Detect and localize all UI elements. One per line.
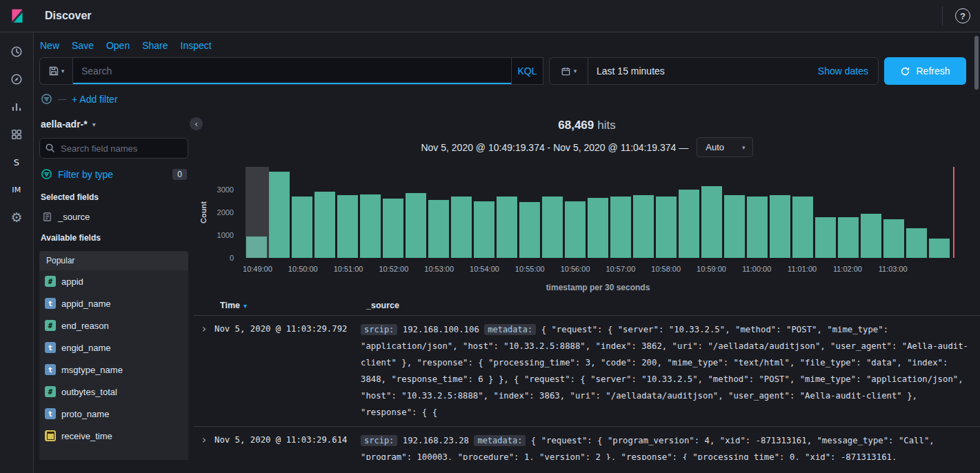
histogram-bar[interactable] <box>383 199 403 258</box>
clock-icon <box>10 46 23 58</box>
histogram-bar[interactable] <box>679 190 699 258</box>
doc-table-body: ›Nov 5, 2020 @ 11:03:29.792srcip: 192.16… <box>194 316 980 460</box>
time-range-value[interactable]: Last 15 minutes <box>588 66 818 77</box>
y-tick-label: 1000 <box>217 231 234 239</box>
histogram-bar[interactable] <box>428 200 449 258</box>
y-tick-label: 2000 <box>217 208 234 217</box>
histogram-bar[interactable] <box>269 172 290 258</box>
chevron-down-icon: ▾ <box>92 121 96 128</box>
field-item-receive_time[interactable]: receive_time <box>42 425 186 447</box>
field-item-outbytes_total[interactable]: #outbytes_total <box>42 381 186 403</box>
histogram-bar[interactable] <box>861 214 881 258</box>
index-pattern-select[interactable]: aella-adr-* ▾ <box>39 113 188 137</box>
nav-dashboard-button[interactable] <box>6 123 28 145</box>
histogram-bar[interactable] <box>656 197 677 258</box>
histogram-bar[interactable] <box>474 201 494 259</box>
recently-viewed-button[interactable] <box>6 41 28 63</box>
field-key-badge: srcip: <box>361 324 397 335</box>
histogram-bar[interactable] <box>701 186 722 258</box>
nav-discover-button[interactable] <box>6 68 28 90</box>
histogram-bar[interactable] <box>747 197 768 258</box>
save-icon <box>48 66 59 77</box>
histogram-bar[interactable] <box>565 201 586 259</box>
table-row: ›Nov 5, 2020 @ 11:03:29.792srcip: 192.16… <box>194 316 980 427</box>
histogram-plot[interactable] <box>246 167 950 258</box>
search-box: KQL <box>72 57 543 85</box>
field-item-proto_name[interactable]: tproto_name <box>42 403 186 425</box>
add-filter-button[interactable]: + Add filter <box>72 94 118 105</box>
menu-link-new[interactable]: New <box>40 40 59 51</box>
histogram-bar[interactable] <box>497 197 517 258</box>
histogram-bar[interactable] <box>815 217 836 258</box>
menu-link-inspect[interactable]: Inspect <box>181 40 212 51</box>
histogram-bar[interactable] <box>792 197 813 258</box>
chart-subtitle: Nov 5, 2020 @ 10:49:19.374 - Nov 5, 2020… <box>194 137 980 157</box>
field-item-msgtype_name[interactable]: tmsgtype_name <box>42 359 186 381</box>
chevron-down-icon: ▾ <box>61 68 65 74</box>
top-menu: NewSaveOpenShareInspect <box>34 32 980 54</box>
dashboard-grid-icon <box>10 128 23 141</box>
scrollbar-thumb[interactable] <box>974 36 979 90</box>
menu-link-open[interactable]: Open <box>106 40 130 51</box>
histogram-bar[interactable] <box>838 217 859 258</box>
field-search-input[interactable] <box>39 138 188 159</box>
help-icon[interactable]: ? <box>955 8 970 23</box>
query-language-button[interactable]: KQL <box>511 58 543 84</box>
histogram-bar[interactable] <box>883 219 904 258</box>
refresh-button[interactable]: Refresh <box>884 57 966 85</box>
kibana-logo[interactable] <box>0 0 34 32</box>
string-field-icon: t <box>45 298 56 309</box>
x-tick-label: 10:52:00 <box>379 265 408 273</box>
refresh-icon <box>900 66 910 77</box>
histogram-bar[interactable] <box>724 195 745 258</box>
filter-icon[interactable] <box>41 93 52 105</box>
nav-app-s-button[interactable]: S <box>6 151 28 173</box>
chevron-down-icon: ▾ <box>574 68 577 74</box>
menu-link-save[interactable]: Save <box>72 40 94 51</box>
string-field-icon: t <box>45 342 56 353</box>
time-cell: Nov 5, 2020 @ 11:03:29.792 <box>214 321 361 336</box>
document-icon <box>42 212 52 222</box>
histogram-bar[interactable] <box>610 197 631 258</box>
histogram-bar[interactable] <box>542 197 563 258</box>
histogram-bar[interactable] <box>588 198 608 258</box>
search-input[interactable] <box>73 58 511 84</box>
expand-row-button[interactable]: › <box>202 432 206 447</box>
nav-visualize-button[interactable] <box>6 96 28 118</box>
histogram-bar[interactable] <box>633 195 654 258</box>
x-tick-label: 11:02:00 <box>833 265 862 273</box>
search-group: ▾ KQL <box>39 57 543 85</box>
time-column-header[interactable]: Time ▾ <box>220 301 366 310</box>
nav-app-im-button[interactable]: IM <box>6 179 28 201</box>
collapse-sidebar-button[interactable]: ‹ <box>190 117 203 130</box>
saved-query-menu-button[interactable]: ▾ <box>39 57 72 85</box>
histogram-interval-select[interactable]: Auto ▾ <box>697 137 752 157</box>
expand-row-button[interactable]: › <box>202 321 206 336</box>
menu-link-share[interactable]: Share <box>142 40 168 51</box>
histogram-bar[interactable] <box>451 197 472 258</box>
field-item-engid_name[interactable]: tengid_name <box>42 336 186 359</box>
histogram-bar[interactable] <box>406 193 426 258</box>
histogram-bar[interactable] <box>519 202 540 258</box>
field-key-badge: srcip: <box>361 435 397 446</box>
histogram-bar[interactable] <box>314 192 335 258</box>
histogram-bar[interactable] <box>929 239 950 258</box>
histogram-bar[interactable] <box>770 195 790 258</box>
field-item-appid[interactable]: #appid <box>42 270 186 292</box>
filter-by-type-button[interactable]: Filter by type 0 <box>39 165 188 187</box>
histogram-bar[interactable] <box>337 195 358 258</box>
y-tick-label: 3000 <box>217 185 234 194</box>
field-item-source[interactable]: _source <box>39 206 188 228</box>
field-item-end_reason[interactable]: #end_reason <box>42 314 186 336</box>
content-area: aella-adr-* ▾ Filter by type 0 Selec <box>34 110 980 460</box>
string-field-icon: t <box>45 408 56 419</box>
field-item-appid_name[interactable]: tappid_name <box>42 292 186 314</box>
calendar-dropdown-button[interactable]: ▾ <box>550 58 588 84</box>
x-axis-title: timestamp per 30 seconds <box>246 283 950 292</box>
number-field-icon: # <box>45 276 56 287</box>
show-dates-button[interactable]: Show dates <box>818 66 878 77</box>
histogram-bar[interactable] <box>360 194 381 258</box>
nav-management-button[interactable]: ⚙ <box>6 206 28 228</box>
histogram-bar[interactable] <box>292 197 312 258</box>
histogram-bar[interactable] <box>906 228 927 258</box>
